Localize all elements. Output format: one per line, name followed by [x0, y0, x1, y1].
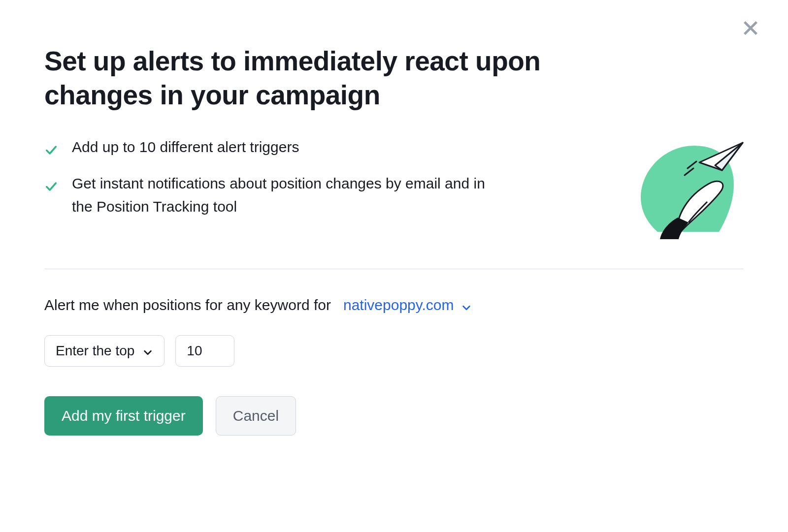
- close-button[interactable]: [736, 14, 765, 43]
- alert-condition-text: Alert me when positions for any keyword …: [44, 297, 744, 313]
- hero-row: Add up to 10 different alert triggers Ge…: [44, 136, 744, 239]
- position-condition-label: Enter the top: [56, 343, 134, 359]
- button-row: Add my first trigger Cancel: [44, 396, 744, 436]
- paper-plane-illustration: [630, 136, 744, 239]
- add-trigger-button[interactable]: Add my first trigger: [44, 396, 203, 436]
- position-condition-select[interactable]: Enter the top: [44, 335, 164, 367]
- domain-select-value: nativepoppy.com: [343, 297, 454, 313]
- benefit-item: Add up to 10 different alert triggers: [44, 136, 488, 159]
- divider: [44, 269, 744, 269]
- chevron-down-icon: [461, 300, 472, 311]
- trigger-controls-row: Enter the top: [44, 335, 744, 367]
- condition-prefix: Alert me when positions for any keyword …: [44, 297, 331, 313]
- domain-select[interactable]: nativepoppy.com: [343, 297, 472, 313]
- check-icon: [44, 141, 58, 155]
- position-threshold-input[interactable]: [175, 335, 234, 367]
- benefit-item: Get instant notifications about position…: [44, 172, 488, 218]
- chevron-down-icon: [142, 345, 153, 356]
- benefits-list: Add up to 10 different alert triggers Ge…: [44, 136, 488, 232]
- close-icon: [740, 18, 761, 40]
- cancel-button[interactable]: Cancel: [216, 396, 296, 436]
- benefit-text: Get instant notifications about position…: [72, 172, 488, 218]
- modal-title: Set up alerts to immediately react upon …: [44, 44, 586, 112]
- check-icon: [44, 177, 58, 191]
- benefit-text: Add up to 10 different alert triggers: [72, 136, 299, 159]
- alerts-setup-modal: Set up alerts to immediately react upon …: [0, 0, 788, 532]
